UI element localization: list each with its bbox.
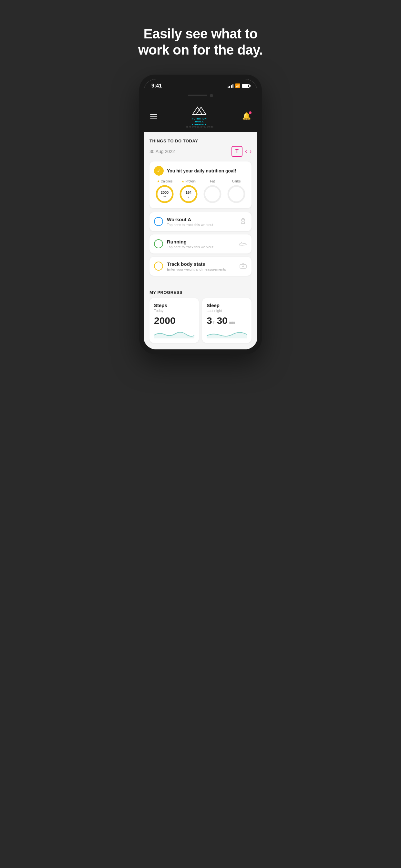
- steps-card: Steps Today 2000: [150, 298, 199, 343]
- macro-label-calories: Calories: [161, 180, 173, 183]
- task-circle-green: [154, 239, 163, 248]
- progress-section: MY PROGRESS Steps Today 2000: [144, 285, 257, 349]
- progress-title: MY PROGRESS: [150, 285, 251, 298]
- macro-protein: ★ Protein 164 g: [178, 180, 199, 204]
- status-time: 9:41: [151, 83, 162, 89]
- page-container: Easily see what towork on for the day. 9…: [100, 0, 301, 354]
- sleep-h-label: h: [213, 320, 216, 325]
- shoe-icon: [239, 240, 247, 248]
- task-circle-yellow: [154, 261, 163, 271]
- task-running[interactable]: Running Tap here to track this workout: [150, 235, 251, 253]
- logo-line1: NUTRITION.: [186, 117, 213, 120]
- app-header: NUTRITION. BUILT. STRENGTH. BE AS STRONG…: [144, 100, 257, 132]
- calories-unit: cal: [161, 194, 168, 197]
- section-title: THINGS TO DO TODAY: [150, 138, 251, 144]
- sleep-card: Sleep Last night 3 h 30 min: [202, 298, 251, 343]
- today-button[interactable]: T: [232, 146, 243, 157]
- wifi-icon: 📶: [235, 83, 240, 88]
- prev-arrow[interactable]: ‹: [245, 148, 247, 155]
- task-text-running: Running Tap here to track this workout: [167, 239, 235, 249]
- task-title-workout: Workout A: [167, 217, 235, 222]
- svg-marker-1: [196, 107, 206, 115]
- notch-cutout: [180, 91, 221, 100]
- date-display: 30 Aug 2022: [150, 149, 175, 154]
- macro-fat: Fat: [202, 180, 223, 204]
- logo-svg: [190, 104, 210, 117]
- macro-label-fat: Fat: [210, 180, 215, 183]
- headline-section: Easily see what towork on for the day.: [125, 0, 276, 74]
- steps-sublabel: Today: [154, 309, 194, 313]
- notch-camera: [210, 94, 213, 97]
- sleep-hours: 3: [207, 315, 212, 326]
- ring-fat: [203, 184, 222, 204]
- macro-carbs: Carbs: [226, 180, 247, 204]
- phone-mockup: 9:41 📶: [139, 74, 262, 354]
- bell-icon[interactable]: 🔔: [242, 112, 251, 120]
- protein-unit: g: [186, 194, 191, 197]
- task-workout-a[interactable]: Workout A Tap here to track this workout: [150, 212, 251, 231]
- status-bar: 9:41 📶: [144, 79, 257, 91]
- calories-value: 2000: [161, 190, 168, 194]
- sleep-label: Sleep: [207, 303, 247, 308]
- steps-wave: [154, 329, 194, 338]
- nutrition-header: ✓ You hit your daily nutrition goal!: [154, 166, 247, 176]
- sleep-min-label: min: [229, 320, 235, 325]
- date-controls: T ‹ ›: [232, 146, 251, 157]
- phone-screen: 9:41 📶: [144, 79, 257, 349]
- steps-value: 2000: [154, 315, 194, 326]
- logo-line3: STRENGTH.: [186, 123, 213, 126]
- date-row: 30 Aug 2022 T ‹ ›: [150, 146, 251, 157]
- macro-label-protein: Protein: [185, 180, 196, 183]
- task-body-stats[interactable]: Track body stats Enter your weight and m…: [150, 257, 251, 276]
- kettlebell-icon: [239, 217, 247, 226]
- task-circle-blue: [154, 217, 163, 226]
- notch: [144, 91, 257, 100]
- task-sub-body: Enter your weight and measurements: [167, 268, 235, 271]
- task-text-body: Track body stats Enter your weight and m…: [167, 261, 235, 271]
- notch-speaker: [188, 95, 207, 96]
- sleep-minutes: 30: [217, 315, 227, 326]
- macro-calories: ★ Calories 2000 cal: [154, 180, 175, 204]
- task-title-running: Running: [167, 239, 235, 244]
- svg-marker-0: [192, 107, 202, 115]
- ring-carbs: [227, 184, 246, 204]
- svg-point-9: [228, 186, 244, 202]
- app-content: THINGS TO DO TODAY 30 Aug 2022 T ‹ › ✓ Y…: [144, 132, 257, 285]
- progress-grid: Steps Today 2000 Sleep Last: [150, 298, 251, 343]
- battery-icon: [242, 84, 250, 88]
- sleep-wave: [207, 329, 247, 338]
- nutrition-card: ✓ You hit your daily nutrition goal! ★ C…: [150, 161, 251, 208]
- star-icon: ★: [157, 180, 160, 183]
- task-sub-workout: Tap here to track this workout: [167, 223, 235, 227]
- headline-text: Easily see what towork on for the day.: [138, 26, 263, 58]
- signal-icon: [227, 84, 234, 88]
- protein-value: 164: [186, 190, 191, 194]
- macro-grid: ★ Calories 2000 cal: [154, 180, 247, 204]
- hamburger-icon[interactable]: [150, 114, 157, 119]
- logo-line2: BUILT.: [186, 120, 213, 123]
- svg-point-7: [204, 186, 220, 202]
- task-sub-running: Tap here to track this workout: [167, 245, 235, 249]
- check-circle: ✓: [154, 166, 164, 176]
- steps-label: Steps: [154, 303, 194, 308]
- sleep-sublabel: Last night: [207, 309, 247, 313]
- scale-icon: [239, 262, 247, 271]
- sleep-value: 3 h 30 min: [207, 315, 247, 326]
- status-icons: 📶: [227, 83, 250, 88]
- task-text-workout: Workout A Tap here to track this workout: [167, 217, 235, 227]
- star-icon-protein: ★: [181, 180, 184, 183]
- macro-label-carbs: Carbs: [232, 180, 241, 183]
- logo-sub: BE AS STRONG AS YOU CAN BE: [186, 126, 213, 128]
- ring-protein: 164 g: [179, 184, 198, 204]
- notification-dot: [249, 112, 251, 114]
- task-title-body: Track body stats: [167, 261, 235, 267]
- ring-calories: 2000 cal: [155, 184, 174, 204]
- app-logo: NUTRITION. BUILT. STRENGTH. BE AS STRONG…: [186, 104, 213, 128]
- goal-text: You hit your daily nutrition goal!: [167, 168, 236, 174]
- next-arrow[interactable]: ›: [250, 148, 251, 155]
